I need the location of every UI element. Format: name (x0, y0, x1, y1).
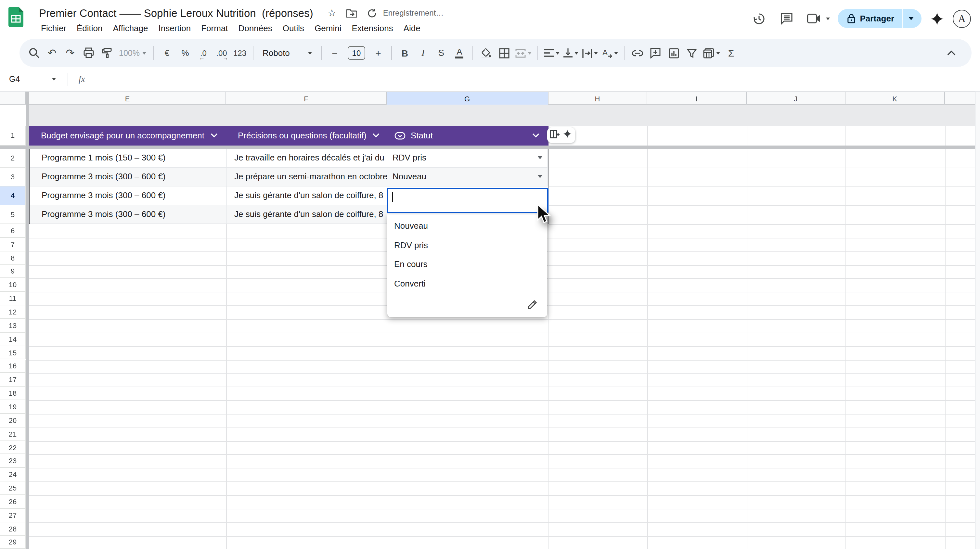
create-filter-icon[interactable] (683, 44, 701, 62)
meet-dropdown-caret[interactable] (826, 17, 830, 20)
text-color-button[interactable]: A (450, 44, 469, 62)
row-header-22[interactable]: 22 (0, 441, 26, 455)
menu-gemini[interactable]: Gemini (309, 21, 346, 35)
frozen-row-divider[interactable] (0, 145, 975, 148)
merge-cells-button[interactable] (513, 44, 533, 62)
share-button[interactable]: Partager (838, 14, 902, 23)
row-header-5[interactable]: 5 (0, 205, 26, 224)
menu-édition[interactable]: Édition (72, 21, 108, 35)
dropdown-option-converti[interactable]: Converti (387, 274, 547, 293)
cell-editor[interactable] (387, 188, 548, 213)
increase-font-size-button[interactable]: + (369, 44, 387, 62)
zoom-control[interactable]: 100% (116, 44, 150, 62)
print-icon[interactable] (79, 44, 97, 62)
row-header-6[interactable]: 6 (0, 224, 26, 238)
sheets-logo-icon[interactable] (8, 7, 23, 30)
row-header-28[interactable]: 28 (0, 522, 26, 536)
borders-button[interactable] (495, 44, 513, 62)
cell-budget-row4[interactable]: Programme 3 mois (300 – 600 €) (30, 186, 227, 205)
row-header-11[interactable]: 11 (0, 292, 26, 306)
cell-statut-row2[interactable]: RDV pris (387, 148, 547, 167)
insert-comment-icon[interactable] (647, 44, 665, 62)
insert-chart-icon[interactable] (665, 44, 683, 62)
table-views-button[interactable] (701, 44, 722, 62)
dropdown-option-nouveau[interactable]: Nouveau (387, 216, 547, 236)
row-header-13[interactable]: 13 (0, 319, 26, 333)
row-header-21[interactable]: 21 (0, 428, 26, 441)
cell-statut-row3[interactable]: Nouveau (387, 167, 547, 186)
fill-color-button[interactable] (477, 44, 495, 62)
row-header-10[interactable]: 10 (0, 278, 26, 292)
decrease-decimals-button[interactable]: .0← (194, 44, 213, 62)
account-avatar[interactable]: A (953, 10, 971, 28)
column-header-H[interactable]: H (548, 92, 647, 105)
comments-icon[interactable] (776, 8, 798, 30)
row-header-4[interactable]: 4 (0, 186, 26, 205)
row-header-29[interactable]: 29 (0, 536, 26, 549)
gemini-sparkle-icon[interactable] (928, 8, 946, 30)
menu-aide[interactable]: Aide (398, 21, 426, 35)
bold-button[interactable]: B (396, 44, 414, 62)
row-header-14[interactable]: 14 (0, 333, 26, 346)
table-header-E[interactable]: Budget envisagé pour un accompagnement (29, 126, 226, 145)
paint-format-icon[interactable] (97, 44, 116, 62)
table-header-F[interactable]: Précisions ou questions (facultatif) (226, 126, 387, 145)
row-header-2[interactable]: 2 (0, 148, 26, 167)
meet-video-icon[interactable] (803, 8, 825, 30)
formula-input[interactable] (85, 67, 980, 91)
insert-link-icon[interactable] (628, 44, 647, 62)
menu-extensions[interactable]: Extensions (347, 21, 398, 35)
row-header-7[interactable]: 7 (0, 238, 26, 251)
increase-decimals-button[interactable]: .00→ (213, 44, 231, 62)
row-header-24[interactable]: 24 (0, 468, 26, 482)
functions-button[interactable]: Σ (722, 44, 740, 62)
row-header-17[interactable]: 17 (0, 373, 26, 387)
edit-dropdown-pencil-icon[interactable] (527, 299, 537, 312)
column-header-G[interactable]: G (387, 92, 548, 105)
select-all-corner[interactable] (0, 92, 26, 105)
frozen-column-divider[interactable] (26, 92, 29, 549)
undo-icon[interactable]: ↶ (43, 44, 61, 62)
menu-données[interactable]: Données (233, 21, 277, 35)
font-size-input[interactable]: 10 (348, 46, 365, 60)
decrease-font-size-button[interactable]: − (326, 44, 344, 62)
row-header-19[interactable]: 19 (0, 400, 26, 414)
text-rotation-button[interactable]: A (600, 44, 620, 62)
column-header-F[interactable]: F (226, 92, 387, 105)
menu-affichage[interactable]: Affichage (108, 21, 153, 35)
row-header-15[interactable]: 15 (0, 346, 26, 360)
cell-precisions-row5[interactable]: Je suis gérante d'un salon de coiffure, … (227, 205, 387, 223)
status-dropdown-arrow-row3[interactable] (538, 175, 542, 178)
menu-fichier[interactable]: Fichier (36, 21, 72, 35)
dropdown-option-en-cours[interactable]: En cours (387, 255, 547, 274)
collapse-toolbar-icon[interactable] (947, 47, 956, 59)
row-header-20[interactable]: 20 (0, 414, 26, 428)
strikethrough-button[interactable]: S (432, 44, 450, 62)
row-header-27[interactable]: 27 (0, 509, 26, 522)
name-box[interactable]: G4 (0, 75, 62, 83)
font-selector[interactable]: Roboto (257, 44, 317, 62)
horizontal-align-button[interactable] (542, 44, 562, 62)
row-header-23[interactable]: 23 (0, 455, 26, 468)
more-formats-button[interactable]: 123 (231, 44, 249, 62)
menu-outils[interactable]: Outils (277, 21, 309, 35)
search-menus-icon[interactable] (25, 44, 43, 62)
column-header-K[interactable]: K (845, 92, 945, 105)
table-header-G[interactable]: Statut (387, 126, 548, 145)
column-header-I[interactable]: I (647, 92, 746, 105)
cell-budget-row2[interactable]: Programme 1 mois (150 – 300 €) (30, 148, 227, 167)
row-header-3[interactable]: 3 (0, 167, 26, 186)
dropdown-option-rdv-pris[interactable]: RDV pris (387, 236, 547, 255)
share-options-caret[interactable] (902, 9, 921, 28)
table-sparkle-icon[interactable] (563, 129, 572, 141)
row-header-18[interactable]: 18 (0, 387, 26, 400)
cell-budget-row3[interactable]: Programme 3 mois (300 – 600 €) (30, 167, 227, 186)
row-header-25[interactable]: 25 (0, 481, 26, 495)
move-to-folder-icon[interactable] (347, 8, 357, 18)
menu-insertion[interactable]: Insertion (153, 21, 196, 35)
row-header-8[interactable]: 8 (0, 251, 26, 265)
cell-precisions-row2[interactable]: Je travaille en horaires décalés et j'ai… (227, 148, 387, 167)
row-header-16[interactable]: 16 (0, 360, 26, 373)
menu-format[interactable]: Format (196, 21, 233, 35)
italic-button[interactable]: I (414, 44, 432, 62)
